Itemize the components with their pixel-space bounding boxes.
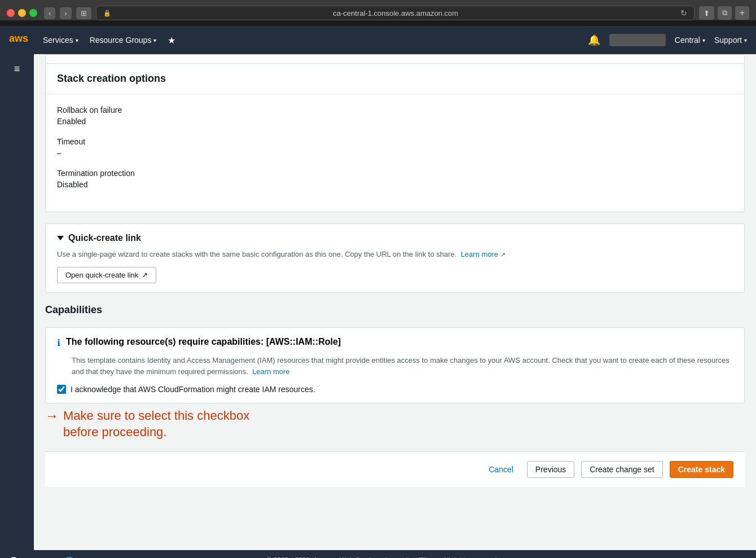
create-stack-button[interactable]: Create stack — [670, 461, 733, 478]
privacy-policy-link[interactable]: Privacy Policy — [647, 556, 693, 559]
resource-groups-label: Resource Groups — [90, 36, 152, 45]
timeout-label: Timeout — [57, 137, 733, 146]
feedback-label: Feedback — [21, 556, 54, 559]
rollback-label: Rollback on failure — [57, 106, 733, 115]
header-right: 🔔 Central ▾ Support ▾ — [588, 34, 747, 46]
rollback-field: Rollback on failure Enabled — [57, 106, 733, 126]
terms-of-use-link[interactable]: Terms of Use — [704, 556, 747, 559]
open-external-icon: ↗ — [142, 271, 148, 279]
back-button[interactable]: ‹ — [44, 7, 55, 19]
capabilities-box: ℹ The following resource(s) require capa… — [45, 327, 745, 404]
sidebar: ≡ — [0, 54, 34, 550]
sidebar-toggle[interactable]: ≡ — [14, 63, 20, 75]
bottom-links: Privacy Policy Terms of Use — [647, 556, 748, 559]
annotation-text: Make sure to select this checkboxbefore … — [63, 408, 249, 440]
annotation: → Make sure to select this checkboxbefor… — [45, 408, 745, 440]
fullscreen-traffic-light[interactable] — [29, 9, 37, 17]
favorites-star[interactable]: ★ — [168, 35, 175, 46]
new-tab-button[interactable]: + — [735, 6, 749, 20]
iam-acknowledge-label: I acknowledge that AWS CloudFormation mi… — [71, 385, 315, 394]
services-label: Services — [43, 36, 73, 45]
iam-acknowledge-checkbox[interactable] — [57, 385, 66, 394]
notifications-bell[interactable]: 🔔 — [588, 34, 600, 46]
capabilities-body-text: This template contains Identity and Acce… — [72, 355, 733, 379]
collapse-triangle-icon[interactable] — [57, 236, 64, 240]
capabilities-warning: ℹ The following resource(s) require capa… — [57, 337, 733, 348]
minimize-traffic-light[interactable] — [18, 9, 26, 17]
capabilities-body-content: This template contains Identity and Acce… — [72, 356, 729, 376]
region-selector[interactable]: Central ▾ — [675, 36, 705, 45]
duplicate-button[interactable]: ⧉ — [718, 6, 732, 20]
feedback-button[interactable]: 💬 Feedback — [9, 556, 54, 559]
language-selector[interactable]: 🌐 English (US) — [65, 556, 118, 559]
capabilities-checkbox-row: I acknowledge that AWS CloudFormation mi… — [57, 385, 733, 394]
cancel-button[interactable]: Cancel — [482, 462, 520, 477]
services-chevron: ▾ — [76, 37, 78, 43]
termination-field: Termination protection Disabled — [57, 169, 733, 189]
traffic-lights — [7, 9, 37, 17]
region-label: Central — [675, 36, 700, 45]
svg-text:aws: aws — [9, 33, 28, 44]
quick-create-learn-more[interactable]: Learn more — [461, 250, 498, 258]
support-label: Support — [714, 36, 742, 45]
services-nav[interactable]: Services ▾ — [43, 36, 78, 45]
capabilities-warning-content: The following resource(s) require capabi… — [66, 337, 341, 347]
termination-value: Disabled — [57, 180, 733, 189]
quick-create-section: Quick-create link Use a single-page wiza… — [45, 223, 745, 293]
external-link-icon: ↗ — [500, 251, 506, 258]
tab-button[interactable]: ⊞ — [76, 7, 91, 19]
address-bar[interactable]: 🔒 ca-central-1.console.aws.amazon.com ↻ — [96, 6, 695, 20]
stack-options-body: Rollback on failure Enabled Timeout – Te… — [46, 94, 744, 212]
capabilities-learn-more[interactable]: Learn more — [252, 367, 289, 376]
quick-create-desc-text: Use a single-page wizard to create stack… — [57, 250, 456, 258]
app-body: ≡ Stack creation options Rollback on fai… — [0, 54, 756, 550]
main-content: Stack creation options Rollback on failu… — [34, 54, 756, 550]
previous-button[interactable]: Previous — [527, 461, 574, 478]
forward-button[interactable]: › — [60, 7, 71, 19]
stack-options-card: Stack creation options Rollback on failu… — [45, 63, 745, 212]
info-circle-icon: ℹ — [57, 337, 60, 348]
footer-actions: Cancel Previous Create change set Create… — [45, 451, 745, 487]
capabilities-section: Capabilities ℹ The following resource(s)… — [45, 304, 745, 441]
url-text: ca-central-1.console.aws.amazon.com — [115, 9, 677, 17]
browser-toolbar: ‹ › ⊞ 🔒 ca-central-1.console.aws.amazon.… — [7, 6, 749, 20]
reload-icon[interactable]: ↻ — [680, 8, 687, 17]
aws-logo[interactable]: aws — [9, 32, 32, 49]
support-chevron: ▾ — [744, 37, 747, 43]
content-scroll: Stack creation options Rollback on failu… — [34, 54, 756, 498]
support-menu[interactable]: Support ▾ — [714, 36, 747, 45]
rollback-value: Enabled — [57, 117, 733, 126]
resource-groups-nav[interactable]: Resource Groups ▾ — [90, 36, 157, 45]
capabilities-title: Capabilities — [45, 304, 745, 320]
annotation-arrow-icon: → — [45, 408, 59, 424]
timeout-field: Timeout – — [57, 137, 733, 157]
stack-options-header: Stack creation options — [46, 64, 744, 94]
region-chevron: ▾ — [702, 37, 705, 43]
termination-label: Termination protection — [57, 169, 733, 178]
scroll-top-card — [45, 54, 745, 63]
quick-create-description: Use a single-page wizard to create stack… — [57, 249, 733, 260]
aws-header: aws Services ▾ Resource Groups ▾ ★ 🔔 Cen… — [0, 26, 756, 54]
open-quick-create-link-button[interactable]: Open quick-create link ↗ — [57, 267, 156, 283]
account-label[interactable] — [609, 34, 666, 46]
open-quick-create-label: Open quick-create link — [65, 271, 138, 279]
lock-icon: 🔒 — [103, 10, 111, 17]
language-label: English (US) — [77, 556, 118, 559]
quick-create-header: Quick-create link — [57, 233, 733, 243]
feedback-icon: 💬 — [9, 556, 18, 559]
capabilities-warning-title: The following resource(s) require capabi… — [66, 337, 341, 346]
close-traffic-light[interactable] — [7, 9, 15, 17]
globe-icon: 🌐 — [65, 556, 74, 559]
browser-chrome: ‹ › ⊞ 🔒 ca-central-1.console.aws.amazon.… — [0, 0, 756, 20]
create-change-set-button[interactable]: Create change set — [581, 461, 662, 478]
share-button[interactable]: ⬆ — [699, 6, 714, 20]
quick-create-title: Quick-create link — [68, 233, 141, 243]
stack-options-title: Stack creation options — [57, 73, 166, 84]
toolbar-actions: ⬆ ⧉ + — [699, 6, 749, 20]
timeout-value: – — [57, 148, 733, 157]
bottom-bar: 💬 Feedback 🌐 English (US) © 2008 - 2020,… — [0, 550, 756, 558]
resource-groups-chevron: ▾ — [153, 37, 156, 43]
